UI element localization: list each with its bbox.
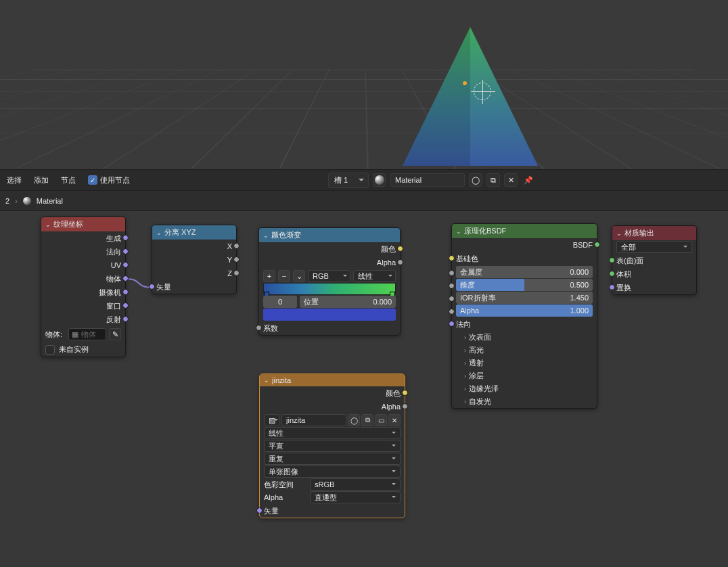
material-icon — [23, 197, 31, 205]
socket-input[interactable]: 矢量 — [152, 280, 236, 294]
node-header[interactable]: ⌄颜色渐变 — [259, 228, 400, 242]
source-dropdown[interactable]: 单张图像 — [264, 466, 401, 478]
node-texture-coordinate[interactable]: ⌄纹理坐标 生成 法向 UV 物体 摄像机 窗口 反射 物体: ▦物体 ✎ 来自… — [41, 217, 126, 357]
material-name-field[interactable]: Material — [390, 173, 465, 187]
breadcrumb-item[interactable]: Material — [37, 197, 63, 205]
socket-normal[interactable]: 法向 — [452, 317, 597, 331]
slot-dropdown[interactable]: 槽 1 — [328, 173, 369, 188]
socket-output[interactable]: 法向 — [41, 245, 125, 258]
use-nodes-toggle[interactable]: 使用节点 — [84, 173, 134, 188]
cursor-3d — [474, 83, 491, 100]
ramp-index-field[interactable]: 0 — [263, 296, 297, 308]
node-principled-bsdf[interactable]: ⌄原理化BSDF BSDF 基础色 金属度0.000 糙度0.500 IOR折射… — [451, 223, 597, 409]
socket-surface[interactable]: 表(曲)面 — [612, 254, 696, 267]
fake-user-icon[interactable]: ◯ — [348, 414, 360, 426]
svg-marker-1 — [403, 27, 470, 166]
use-nodes-label: 使用节点 — [100, 175, 130, 185]
ramp-controls: + − ⌄ RGB 线性 — [263, 270, 396, 282]
ramp-add-button[interactable]: + — [263, 270, 275, 282]
node-separate-xyz[interactable]: ⌄分离 XYZ X Y Z 矢量 — [152, 225, 237, 294]
alpha-slider[interactable]: Alpha1.000 — [456, 304, 593, 317]
socket-input-factor[interactable]: 系数 — [259, 321, 400, 335]
target-dropdown[interactable]: 全部 — [616, 241, 692, 253]
node-header[interactable]: ⌄材质输出 — [612, 226, 696, 240]
pin-icon[interactable]: 📌 — [522, 173, 535, 187]
socket-output[interactable]: 物体 — [41, 272, 125, 286]
panel-subsurface[interactable]: ›次表面 — [452, 331, 597, 344]
duplicate-icon[interactable]: ⧉ — [486, 173, 500, 187]
node-header[interactable]: ⌄分离 XYZ — [152, 225, 236, 240]
object-field[interactable]: ▦物体 — [68, 328, 106, 340]
node-material-output[interactable]: ⌄材质输出 全部 表(曲)面 体积 置换 — [612, 225, 697, 295]
metallic-slider[interactable]: 金属度0.000 — [456, 266, 593, 278]
viewport-3d[interactable] — [0, 0, 728, 169]
socket-output-alpha[interactable]: Alpha — [259, 256, 400, 269]
socket-output[interactable]: UV — [41, 258, 125, 272]
ramp-position-field[interactable]: 位置0.000 — [300, 296, 396, 308]
eyedropper-icon[interactable]: ✎ — [109, 328, 121, 340]
from-instancer-toggle[interactable]: 来自实例 — [41, 342, 125, 357]
roughness-slider[interactable]: 糙度0.500 — [456, 279, 593, 291]
socket-output[interactable]: Z — [152, 267, 236, 280]
projection-dropdown[interactable]: 平直 — [264, 440, 401, 452]
duplicate-icon[interactable]: ⧉ — [361, 414, 373, 426]
object-picker[interactable]: 物体: ▦物体 ✎ — [41, 326, 125, 342]
node-header[interactable]: ⌄jinzita — [260, 374, 405, 386]
ramp-mode-dropdown[interactable]: RGB — [308, 270, 350, 282]
material-preview-icon[interactable] — [373, 173, 386, 187]
panel-specular[interactable]: ›高光 — [452, 344, 597, 357]
color-ramp-gradient[interactable] — [263, 283, 396, 295]
socket-output-alpha[interactable]: Alpha — [260, 400, 405, 413]
node-editor[interactable]: ⌄纹理坐标 生成 法向 UV 物体 摄像机 窗口 反射 物体: ▦物体 ✎ 来自… — [0, 211, 728, 567]
panel-emission[interactable]: ›自发光 — [452, 395, 597, 408]
socket-input-vector[interactable]: 矢量 — [260, 504, 405, 518]
alpha-mode-dropdown[interactable]: 直通型 — [310, 491, 401, 503]
breadcrumb-item[interactable]: 2 — [5, 197, 9, 205]
node-header[interactable]: ⌄原理化BSDF — [452, 224, 597, 238]
ramp-remove-button[interactable]: − — [278, 270, 290, 282]
panel-sheen[interactable]: ›边缘光泽 — [452, 382, 597, 395]
socket-volume[interactable]: 体积 — [612, 267, 696, 281]
menu-select[interactable]: 选择 — [3, 173, 26, 188]
ramp-menu-button[interactable]: ⌄ — [293, 270, 305, 282]
ramp-interp-dropdown[interactable]: 线性 — [353, 270, 396, 282]
shield-icon[interactable]: ◯ — [469, 173, 482, 187]
socket-output-color[interactable]: 颜色 — [259, 242, 400, 256]
ramp-color-swatch[interactable] — [263, 309, 396, 321]
node-image-texture[interactable]: ⌄jinzita 颜色 Alpha ▨ jinzita ◯ ⧉ ▭ ✕ 线性 平… — [259, 373, 405, 518]
open-file-icon[interactable]: ▭ — [375, 414, 387, 426]
socket-output[interactable]: 生成 — [41, 231, 125, 245]
pyramid-mesh — [396, 24, 545, 169]
panel-coat[interactable]: ›涂层 — [452, 369, 597, 382]
socket-output[interactable]: X — [152, 240, 236, 253]
light-indicator — [463, 81, 467, 85]
unlink-icon[interactable]: ✕ — [504, 173, 518, 187]
node-header[interactable]: ⌄纹理坐标 — [41, 217, 125, 231]
node-editor-header: 选择 添加 节点 使用节点 槽 1 Material ◯ ⧉ ✕ 📌 — [0, 169, 728, 191]
panel-transmission[interactable]: ›透射 — [452, 357, 597, 369]
socket-output-color[interactable]: 颜色 — [260, 386, 405, 400]
ior-slider[interactable]: IOR折射率1.450 — [456, 292, 593, 304]
socket-output[interactable]: 摄像机 — [41, 286, 125, 299]
socket-output[interactable]: 窗口 — [41, 299, 125, 313]
checkbox-checked-icon — [88, 175, 97, 185]
menu-node[interactable]: 节点 — [57, 173, 80, 188]
node-color-ramp[interactable]: ⌄颜色渐变 颜色 Alpha + − ⌄ RGB 线性 0 位置0.000 系数 — [258, 227, 401, 336]
chevron-right-icon: › — [15, 197, 18, 205]
colorspace-dropdown[interactable]: sRGB — [310, 478, 401, 491]
extension-dropdown[interactable]: 重复 — [264, 453, 401, 465]
interp-dropdown[interactable]: 线性 — [264, 427, 401, 439]
socket-output[interactable]: Y — [152, 253, 236, 267]
socket-displacement[interactable]: 置换 — [612, 281, 696, 294]
socket-base-color[interactable]: 基础色 — [452, 252, 597, 265]
image-name-field[interactable]: jinzita — [281, 414, 346, 426]
socket-output-bsdf[interactable]: BSDF — [452, 238, 597, 252]
floor-grid — [0, 70, 728, 169]
socket-output[interactable]: 反射 — [41, 313, 125, 326]
unlink-icon[interactable]: ✕ — [388, 414, 401, 426]
image-browse-icon[interactable]: ▨ — [264, 414, 280, 426]
menu-add[interactable]: 添加 — [30, 173, 53, 188]
breadcrumb: 2 › Material — [0, 191, 728, 211]
